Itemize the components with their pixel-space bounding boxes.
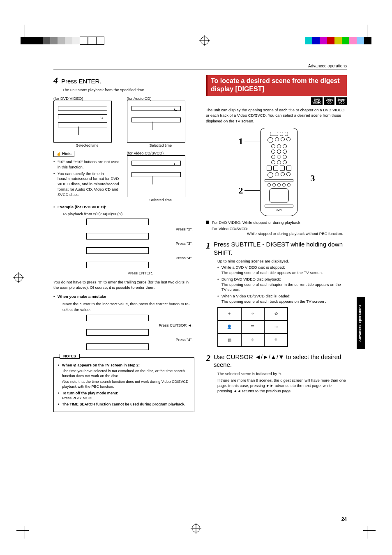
crop-mark	[16, 522, 33, 539]
hints-tab: Hints	[53, 151, 74, 157]
value-box	[86, 262, 149, 268]
press-label: Press "4".	[86, 256, 194, 260]
thumb: ▦	[218, 334, 241, 347]
press-enter-label: Press ENTER.	[86, 271, 194, 275]
side-tab: Advanced operations	[357, 297, 365, 349]
thumb: ✿	[264, 307, 288, 320]
page-number: 24	[341, 516, 347, 522]
panel-caption: (for Video CD/SVCD)	[127, 151, 195, 155]
left-column: 4 Press ENTER. The unit starts playback …	[53, 75, 194, 514]
content-area: Advanced operations 4 Press ENTER. The u…	[53, 64, 347, 514]
breadcrumb: Advanced operations	[53, 64, 347, 69]
hint-item: "10" and "+10" buttons are not used in t…	[53, 159, 121, 170]
thumb: ☰	[241, 320, 265, 334]
step2-line1: The selected scene is indicated by ⤷.	[217, 371, 347, 376]
remote-brand: JVC	[263, 209, 295, 212]
registration-target-icon	[192, 524, 200, 532]
condition-vcd-body: While stopped or during playback without…	[247, 231, 347, 236]
registration-target-icon	[14, 274, 23, 282]
registration-target-icon	[201, 37, 209, 45]
condition-dvd: For DVD VIDEO: While stopped or during p…	[212, 220, 300, 225]
callout-1: 1	[239, 136, 243, 147]
mistake-head: When you make a mistake	[53, 294, 194, 299]
step-number: 1	[206, 240, 210, 251]
example-sub: To playback from 2(H):34(M):00(S)	[62, 212, 194, 216]
value-box	[86, 233, 149, 240]
bullet-item: While a DVD VIDEO disc is stopped: The o…	[217, 265, 347, 276]
remote-icon: JVC	[260, 128, 298, 216]
note-item: The TIME SEARCH function cannot be used …	[58, 402, 190, 407]
badge-video-cd: VideoCD	[324, 97, 334, 105]
time-panel-vcd: ⤷	[127, 155, 185, 197]
selected-time-label: Selected time	[53, 143, 121, 147]
value-box	[86, 329, 149, 336]
value-box	[86, 343, 149, 350]
thumb: ⚘	[264, 334, 288, 347]
hint-item: You can specify the time in hour/minute/…	[53, 171, 121, 198]
step-number: 2	[206, 353, 210, 364]
remote-diagram: 1 2 3	[235, 128, 318, 216]
disc-badges: DVDVIDEO VideoCD SuperVCD	[206, 97, 347, 105]
note-item: To turn off the play mode menu: Press PL…	[58, 391, 190, 401]
registration-bar	[0, 37, 392, 44]
selected-time-label: Selected time	[127, 143, 195, 147]
step2-line2: If there are more than 9 scenes, the dig…	[217, 378, 347, 394]
step-title: Press ENTER.	[61, 78, 101, 85]
step-number: 4	[53, 75, 58, 86]
thumb: 👤	[218, 320, 241, 334]
bullet-item: During DVD VIDEO disc playback: The open…	[217, 277, 347, 292]
crop-mark	[359, 522, 376, 539]
thumb: ✈	[241, 334, 265, 347]
callout-2: 2	[239, 185, 243, 196]
callout-3: 3	[311, 173, 315, 184]
bullet-item: When a Video CD/SVCD disc is loaded: The…	[217, 294, 347, 304]
step-subtext: The unit starts playback from the specif…	[62, 88, 194, 92]
value-box	[86, 247, 149, 254]
time-panel-cd: ⤷	[127, 101, 185, 143]
note-item: When ⊘ appears on the TV screen in step …	[58, 363, 190, 389]
value-box	[86, 219, 149, 225]
step-title: Press SUBTITLE - DIGEST while holding do…	[214, 240, 347, 256]
notes-box: NOTES When ⊘ appears on the TV screen in…	[53, 357, 194, 412]
step-title: Use CURSOR ◄/►/▲/▼ to select the desired…	[214, 353, 347, 369]
value-box	[86, 315, 149, 321]
press-label: Press "3".	[86, 241, 194, 246]
selected-time-label: Selected time	[127, 198, 195, 202]
square-bullet-icon	[206, 221, 209, 224]
thumb: ✧	[241, 307, 265, 320]
panel-caption: (for Audio CD)	[127, 96, 195, 101]
section-intro: The unit can display the opening scene o…	[206, 107, 347, 124]
notes-tab: NOTES	[60, 354, 80, 359]
example-para: You do not have to press "0" to enter th…	[53, 279, 194, 290]
right-column: To locate a desired scene from the diges…	[206, 75, 347, 514]
badge-super-vcd: SuperVCD	[336, 97, 347, 105]
thumb: ⇢	[264, 320, 288, 334]
cursor-pointer-icon: ⤷	[173, 107, 178, 113]
cursor-pointer-icon: ⤷	[173, 162, 178, 168]
mistake-sub: Move the cursor to the incorrect value, …	[62, 301, 194, 312]
press-label: Press "4".	[86, 337, 194, 342]
panel-caption: (for DVD VIDEO)	[53, 96, 121, 101]
press-label: Press "2".	[86, 227, 194, 231]
press-label: Press CURSOR ◄.	[86, 323, 194, 327]
section-heading: To locate a desired scene from the diges…	[206, 75, 347, 96]
example-head: Example (for DVD VIDEO):	[53, 205, 194, 210]
cursor-pointer-icon: ⤷	[100, 115, 104, 121]
badge-dvd-video: DVDVIDEO	[311, 97, 323, 105]
condition-vcd-label: For Video CD/SVCD:	[212, 226, 248, 231]
page: Advanced operations 4 Press ENTER. The u…	[0, 0, 392, 555]
thumb: ✦	[218, 307, 241, 320]
digest-thumbnail-grid: ✦✧✿ 👤☰⇢ ▦✈⚘	[217, 307, 288, 347]
time-panel-dvd: ⤷	[53, 101, 112, 143]
step-subtext: Up to nine opening scenes are displayed.	[217, 259, 347, 263]
